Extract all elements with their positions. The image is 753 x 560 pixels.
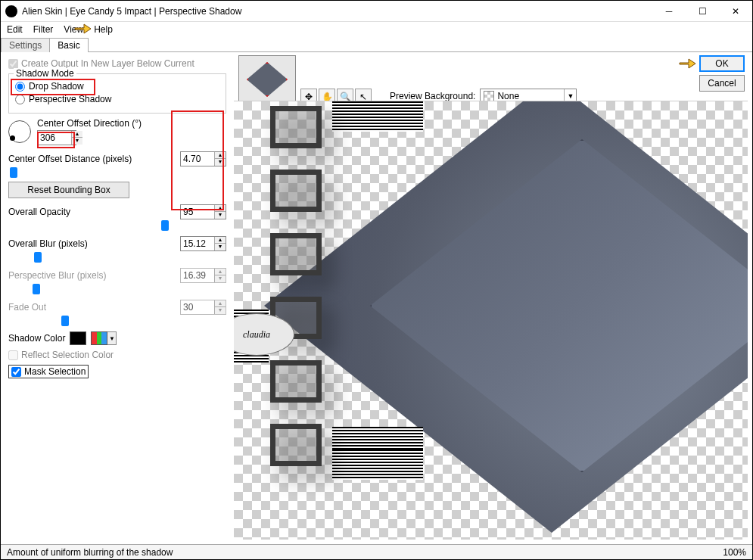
radio-drop-shadow-input[interactable] xyxy=(15,82,25,92)
overall-opacity-spinner[interactable]: ▲▼ xyxy=(180,204,226,219)
spin-up-icon[interactable]: ▲ xyxy=(215,205,226,212)
reflect-selection-checkbox: Reflect Selection Color xyxy=(8,350,226,360)
app-icon xyxy=(5,5,17,17)
shadow-mode-group: Shadow Mode Drop Shadow Perspective Shad… xyxy=(8,73,226,114)
ok-button[interactable]: OK xyxy=(699,55,745,72)
preview-background-row: Preview Background: None ▼ xyxy=(390,55,577,104)
mask-selection-checkbox[interactable]: Mask Selection xyxy=(8,365,89,378)
stripe-decoration xyxy=(332,101,423,132)
mask-selection-check[interactable] xyxy=(11,367,21,377)
perspective-blur-row: Perspective Blur (pixels) ▲▼ xyxy=(8,268,226,283)
center-offset-direction-row: Center Offset Direction (°) ▲▼ xyxy=(8,118,226,145)
left-panel: Create Output In New Layer Below Current… xyxy=(1,52,234,544)
shadow-mode-legend: Shadow Mode xyxy=(14,68,76,79)
window-title: Alien Skin | Eye Candy 5 Impact | Perspe… xyxy=(22,6,652,17)
status-bar: Amount of uniform blurring of the shadow… xyxy=(1,544,752,559)
main-area: Create Output In New Layer Below Current… xyxy=(1,52,752,544)
shadow-color-label: Shadow Color xyxy=(8,333,65,344)
tabs-row: Settings Basic xyxy=(1,37,752,52)
reset-bounding-box-button[interactable]: Reset Bounding Box xyxy=(8,182,129,198)
overall-blur-spinner[interactable]: ▲▼ xyxy=(180,236,226,251)
overall-blur-row: Overall Blur (pixels) ▲▼ xyxy=(8,236,226,251)
center-offset-distance-input[interactable] xyxy=(181,152,214,166)
maximize-button[interactable]: ☐ xyxy=(686,1,719,22)
film-strip xyxy=(270,106,323,515)
center-offset-distance-label: Center Offset Distance (pixels) xyxy=(8,154,132,164)
title-bar: Alien Skin | Eye Candy 5 Impact | Perspe… xyxy=(1,1,752,22)
overall-opacity-input[interactable] xyxy=(181,205,214,219)
status-zoom: 100% xyxy=(723,547,746,558)
menu-bar: Edit Filter View Help xyxy=(1,22,752,37)
spin-down-icon[interactable]: ▼ xyxy=(215,244,226,250)
perspective-blur-slider xyxy=(8,285,226,294)
fade-out-label: Fade Out xyxy=(8,302,46,313)
radio-perspective-shadow-input[interactable] xyxy=(15,95,25,104)
film-cell xyxy=(270,360,322,403)
center-offset-direction-spinner[interactable]: ▲▼ xyxy=(37,130,76,145)
spin-down-icon[interactable]: ▼ xyxy=(215,212,226,219)
spin-down-icon: ▼ xyxy=(215,275,226,282)
spin-up-icon[interactable]: ▲ xyxy=(215,152,226,159)
menu-edit[interactable]: Edit xyxy=(7,24,23,35)
create-output-checkbox[interactable]: Create Output In New Layer Below Current xyxy=(8,58,226,69)
preview-background-value: None xyxy=(497,91,519,101)
preview-canvas[interactable]: claudia xyxy=(234,101,748,540)
spin-up-icon: ▲ xyxy=(215,269,226,275)
reflect-selection-label: Reflect Selection Color xyxy=(21,350,114,360)
create-output-label: Create Output In New Layer Below Current xyxy=(21,58,194,69)
color-picker-icon[interactable] xyxy=(91,331,107,345)
overall-blur-label: Overall Blur (pixels) xyxy=(8,238,88,249)
perspective-blur-input xyxy=(181,269,214,282)
direction-dial[interactable] xyxy=(8,120,31,143)
film-cell xyxy=(270,170,322,212)
shadow-color-row: Shadow Color ▼ xyxy=(8,331,226,345)
menu-filter[interactable]: Filter xyxy=(33,24,54,35)
fade-out-row: Fade Out ▲▼ xyxy=(8,300,226,315)
tab-settings[interactable]: Settings xyxy=(1,38,50,52)
center-offset-distance-spinner[interactable]: ▲▼ xyxy=(180,151,226,166)
create-output-check[interactable] xyxy=(8,59,18,69)
shadow-color-swatch[interactable] xyxy=(70,331,86,345)
perspective-blur-label: Perspective Blur (pixels) xyxy=(8,270,106,281)
film-cell xyxy=(270,106,322,148)
spin-down-icon[interactable]: ▼ xyxy=(215,159,226,166)
radio-drop-shadow-label: Drop Shadow xyxy=(29,81,84,92)
spin-up-icon[interactable]: ▲ xyxy=(215,237,226,244)
transparency-swatch-icon xyxy=(484,91,494,101)
radio-drop-shadow[interactable]: Drop Shadow xyxy=(15,81,219,92)
overall-blur-input[interactable] xyxy=(181,237,214,250)
spin-down-icon[interactable]: ▼ xyxy=(72,138,82,145)
spin-up-icon[interactable]: ▲ xyxy=(72,131,82,138)
preview-artwork: claudia xyxy=(234,101,748,540)
center-offset-direction-input[interactable] xyxy=(38,131,71,145)
color-picker-dropdown[interactable]: ▼ xyxy=(107,331,117,345)
center-offset-distance-row: Center Offset Distance (pixels) ▲▼ xyxy=(8,151,226,166)
pointer-hand-icon xyxy=(73,20,92,36)
fade-out-input xyxy=(181,300,214,314)
center-offset-distance-slider[interactable] xyxy=(8,168,226,177)
tab-basic[interactable]: Basic xyxy=(49,38,88,52)
overall-blur-slider[interactable] xyxy=(8,253,226,262)
radio-perspective-shadow[interactable]: Perspective Shadow xyxy=(15,94,219,104)
minimize-button[interactable]: ─ xyxy=(652,1,686,22)
thumbnail-preview[interactable] xyxy=(238,55,296,104)
spin-down-icon: ▼ xyxy=(215,307,226,314)
perspective-blur-spinner: ▲▼ xyxy=(180,268,226,283)
right-toolbar-area: ✥ ✋ 🔍 ↖ Preview Background: None ▼ OK Ca… xyxy=(234,52,752,101)
center-offset-direction-label: Center Offset Direction (°) xyxy=(37,118,142,129)
spin-up-icon: ▲ xyxy=(215,300,226,307)
pointer-hand-icon xyxy=(678,55,696,70)
cancel-button[interactable]: Cancel xyxy=(699,75,745,92)
overall-opacity-row: Overall Opacity ▲▼ xyxy=(8,204,226,219)
close-button[interactable]: ✕ xyxy=(719,1,752,22)
right-panel: ✥ ✋ 🔍 ↖ Preview Background: None ▼ OK Ca… xyxy=(234,52,752,544)
film-cell xyxy=(270,233,322,275)
fade-out-slider xyxy=(8,316,226,325)
stripe-decoration xyxy=(332,450,423,480)
mask-selection-label: Mask Selection xyxy=(24,366,86,377)
menu-help[interactable]: Help xyxy=(94,24,113,35)
preview-tools: ✥ ✋ 🔍 ↖ xyxy=(300,55,372,105)
preview-background-label: Preview Background: xyxy=(390,91,475,101)
overall-opacity-slider[interactable] xyxy=(8,221,226,230)
film-cell xyxy=(270,424,322,466)
